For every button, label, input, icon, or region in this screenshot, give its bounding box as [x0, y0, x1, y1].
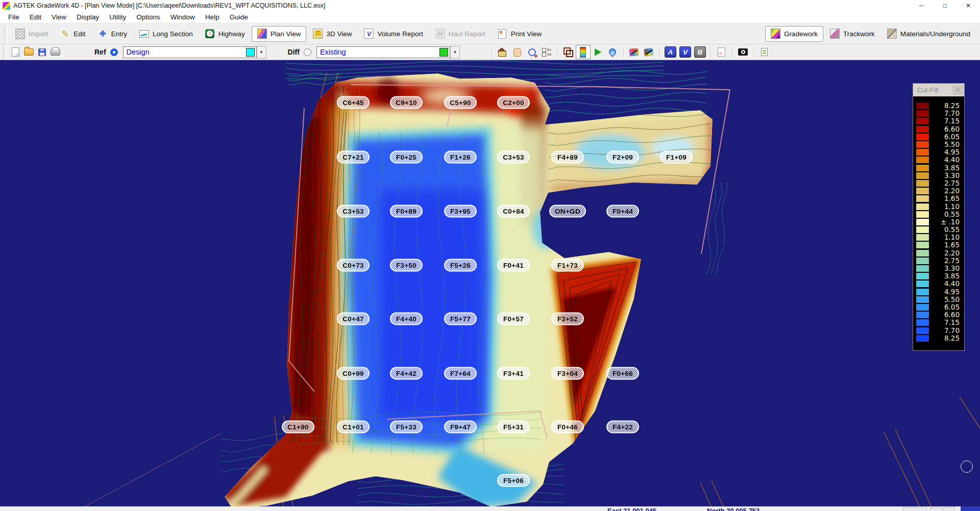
station-label[interactable]: C1+90	[282, 421, 314, 433]
camera-icon[interactable]	[736, 45, 750, 59]
station-label[interactable]: F5+06	[497, 474, 530, 487]
station-label[interactable]: F5+31	[497, 421, 530, 433]
open-file-icon[interactable]	[22, 46, 35, 58]
close-icon[interactable]: ✕	[957, 0, 980, 11]
station-label[interactable]: F2+09	[606, 151, 639, 164]
toolbar-button-print-view[interactable]: Print View	[492, 26, 548, 42]
menu-help[interactable]: Help	[200, 12, 225, 22]
station-label[interactable]: F0+66	[606, 367, 639, 380]
toolbar-button-plan-view[interactable]: Plan View	[252, 26, 307, 42]
station-label[interactable]: C9+10	[390, 96, 423, 109]
station-label[interactable]: C3+53	[337, 205, 370, 218]
menu-display[interactable]: Display	[71, 12, 104, 22]
station-label[interactable]: C1+01	[337, 421, 370, 433]
toolbar-button-long-section[interactable]: Long Section	[134, 26, 199, 42]
diff-surface-select[interactable]: Existing	[316, 46, 450, 58]
legend-row: 3.85	[916, 272, 962, 280]
station-label[interactable]: F3+50	[390, 259, 423, 272]
diff-color-swatch[interactable]	[439, 48, 448, 57]
station-label[interactable]: F3+04	[551, 367, 584, 380]
station-label[interactable]: F3+52	[551, 313, 584, 325]
toolbar-button-highway[interactable]: Highway	[200, 26, 251, 42]
ref-color-swatch[interactable]	[246, 48, 255, 57]
station-label[interactable]: F9+47	[444, 421, 477, 433]
station-label[interactable]: C7+21	[337, 151, 370, 164]
station-label[interactable]: F5+33	[390, 421, 423, 433]
station-label[interactable]: ON+GD	[549, 205, 586, 218]
station-label[interactable]: F5+77	[444, 313, 477, 325]
report-doc-icon[interactable]	[757, 45, 772, 59]
plan-view-canvas[interactable]: Cut-Fill ✕ 8.257.707.156.606.055.504.954…	[0, 60, 980, 506]
station-label[interactable]: F0+44	[606, 205, 639, 218]
letter-b-icon[interactable]: B	[693, 45, 707, 59]
cutfill-terrain-map[interactable]	[0, 60, 980, 506]
new-file-icon[interactable]	[9, 46, 22, 58]
station-label[interactable]: F0+25	[390, 151, 423, 164]
paint-tools-icon[interactable]	[627, 45, 642, 59]
station-label[interactable]: F3+41	[497, 367, 530, 380]
station-label[interactable]: C5+90	[444, 96, 477, 109]
letter-v-icon[interactable]: V	[678, 45, 693, 59]
letter-a-icon[interactable]: A	[663, 45, 678, 59]
menu-utility[interactable]: Utility	[104, 12, 131, 22]
menu-options[interactable]: Options	[131, 12, 165, 22]
menu-edit[interactable]: Edit	[24, 12, 46, 22]
north-coordinate: North 20,005.753	[707, 507, 760, 511]
toolbar-button-materials-underground[interactable]: Materials/Underground	[881, 26, 976, 42]
station-label[interactable]: C0+99	[337, 367, 370, 380]
station-label[interactable]: F3+95	[444, 205, 477, 218]
toolbar-button-volume-report[interactable]: VVolume Report	[358, 26, 428, 42]
station-label[interactable]: F4+22	[606, 421, 639, 433]
home-icon[interactable]	[495, 45, 510, 59]
toolbar-button-edit[interactable]: ✎Edit	[55, 26, 91, 42]
zoom-select-icon[interactable]	[525, 45, 540, 59]
station-label[interactable]: F4+42	[390, 367, 423, 380]
exde-toggle-icon[interactable]: ExDe	[540, 45, 554, 59]
export-pdf-icon[interactable]	[714, 45, 729, 59]
cutfill-legend-titlebar[interactable]: Cut-Fill ✕	[913, 84, 964, 96]
color-ramp-icon[interactable]	[576, 45, 591, 59]
overlap-rects-icon[interactable]	[561, 45, 576, 59]
toolbar-button-gradework[interactable]: Gradework	[765, 26, 823, 42]
station-label[interactable]: F0+89	[390, 205, 423, 218]
station-label[interactable]: C0+47	[337, 313, 370, 325]
toolbar-button-entry[interactable]: ✚Entry	[92, 26, 133, 42]
ref-surface-select[interactable]: Design	[123, 46, 257, 58]
menu-view[interactable]: View	[46, 12, 71, 22]
station-label[interactable]: C2+00	[497, 96, 530, 109]
station-label[interactable]: F7+64	[444, 367, 477, 380]
diff-surface-value: Existing	[317, 48, 439, 56]
run-triangle-icon[interactable]	[591, 45, 605, 59]
station-label[interactable]: C0+73	[337, 259, 370, 272]
station-label[interactable]: F0+46	[551, 421, 584, 433]
station-label[interactable]: F1+09	[660, 151, 693, 164]
toolbar-button-trackwork[interactable]: Trackwork	[824, 26, 880, 42]
print-icon[interactable]	[48, 46, 62, 58]
minimize-icon[interactable]: ─	[910, 0, 933, 11]
maximize-icon[interactable]: □	[933, 0, 957, 11]
save-file-icon[interactable]	[35, 46, 48, 58]
menu-file[interactable]: File	[3, 12, 24, 22]
station-label[interactable]: F5+26	[444, 259, 477, 272]
station-label[interactable]: F0+41	[497, 259, 530, 272]
water-drop-icon[interactable]	[605, 45, 620, 59]
menu-guide[interactable]: Guide	[225, 12, 253, 22]
station-label[interactable]: C0+84	[497, 205, 530, 218]
erase-tools-icon[interactable]	[642, 45, 656, 59]
close-icon[interactable]: ✕	[952, 85, 963, 95]
pan-hand-icon[interactable]	[510, 45, 525, 59]
diff-dropdown-arrow-icon[interactable]: ▼	[450, 46, 460, 59]
station-label[interactable]: F0+57	[497, 313, 530, 325]
station-label[interactable]: F1+73	[551, 259, 584, 272]
station-label[interactable]: F1+26	[444, 151, 477, 164]
toolbar-button-3d-view[interactable]: 3D View	[307, 26, 357, 42]
ref-radio[interactable]	[110, 48, 118, 56]
station-label[interactable]: F4+89	[551, 151, 584, 164]
ref-dropdown-arrow-icon[interactable]: ▼	[257, 46, 266, 59]
station-label[interactable]: F4+40	[390, 313, 423, 325]
diff-radio[interactable]	[304, 48, 311, 56]
legend-swatch	[916, 165, 929, 171]
station-label[interactable]: C3+53	[497, 151, 530, 164]
menu-window[interactable]: Window	[165, 12, 200, 22]
station-label[interactable]: C6+45	[337, 96, 370, 109]
